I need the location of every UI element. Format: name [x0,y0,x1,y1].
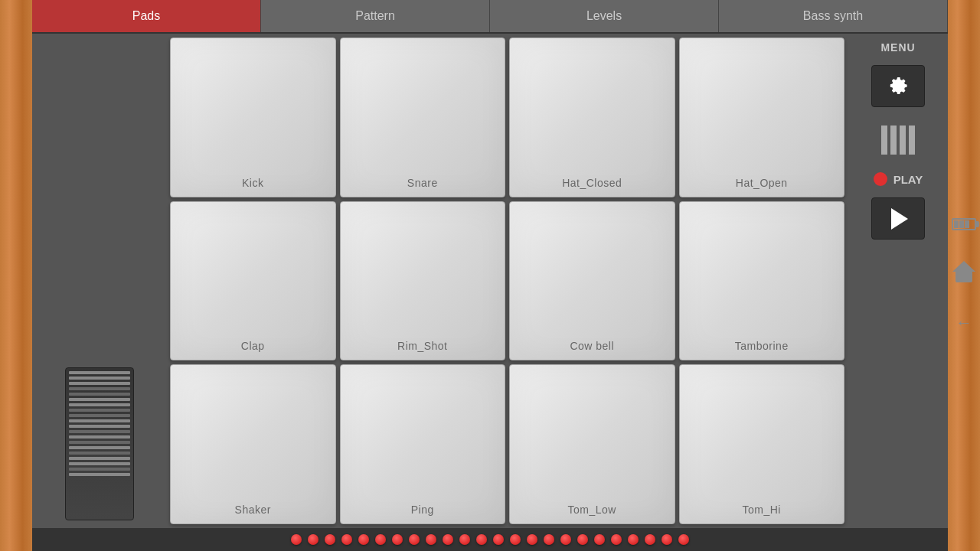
pads-row-3: Shaker Ping Tom_Low Tom_Hi [170,364,844,524]
sequence-dot[interactable] [409,534,420,545]
pad-ping[interactable]: Ping [340,364,506,524]
sequence-dot[interactable] [443,534,453,545]
sequence-dot[interactable] [493,534,504,545]
gear-button[interactable] [871,65,925,107]
sequence-dot[interactable] [577,534,588,545]
sequence-dot[interactable] [645,534,655,545]
slider-mark [69,462,130,465]
sequence-dot[interactable] [308,534,318,545]
slider-mark [69,419,130,422]
pad-snare[interactable]: Snare [340,37,506,197]
slider-mark [69,446,130,449]
slider-mark [69,398,130,401]
pad-rim-shot[interactable]: Rim_Shot [340,201,506,361]
sequence-dot[interactable] [375,534,386,545]
left-sidebar [32,34,166,528]
tab-levels[interactable]: Levels [490,0,719,32]
slider-mark [69,457,130,460]
bar-line [890,126,897,155]
pads-row-1: Kick Snare Hat_Closed Hat_Open [170,37,844,197]
pad-tom-hi[interactable]: Tom_Hi [679,364,845,524]
slider-mark [69,452,130,455]
play-row: PLAY [874,172,923,186]
play-label: PLAY [893,173,923,186]
sequence-dot[interactable] [527,534,537,545]
pad-clap[interactable]: Clap [170,201,336,361]
slider-mark [69,403,130,406]
bar-line [909,126,915,155]
back-icon[interactable]: ← [956,313,972,333]
sequence-dot[interactable] [544,534,554,545]
battery-icon [952,218,976,230]
bar-line [881,126,887,155]
sequence-dot[interactable] [594,534,605,545]
slider-mark [69,377,130,380]
bars-icon [871,119,925,161]
slider-mark [69,393,130,396]
bottom-dots-row [32,528,948,551]
sequence-dot[interactable] [459,534,470,545]
tab-pads[interactable]: Pads [32,0,261,32]
sequence-dot[interactable] [426,534,436,545]
slider-mark [69,382,130,385]
volume-slider[interactable] [65,367,134,520]
bar-line [900,126,906,155]
sequence-dot[interactable] [611,534,622,545]
play-button[interactable] [871,197,925,240]
sequence-dot[interactable] [678,534,689,545]
pad-hat-closed[interactable]: Hat_Closed [509,37,675,197]
slider-mark [69,441,130,444]
wood-panel-left [0,0,32,551]
right-panel: MENU PLAY [848,34,948,528]
slider-mark [69,435,130,439]
sequence-dot[interactable] [358,534,369,545]
slider-mark [69,409,130,412]
slider-mark [69,468,130,471]
play-triangle-icon [891,208,908,230]
slider-mark [69,430,130,433]
sequence-dot[interactable] [291,534,302,545]
tab-pattern[interactable]: Pattern [261,0,490,32]
sequence-dot[interactable] [392,534,403,545]
home-icon[interactable] [953,261,975,282]
tab-bass-synth[interactable]: Bass synth [719,0,948,32]
record-dot [874,172,887,186]
sequence-dot[interactable] [628,534,639,545]
pad-kick[interactable]: Kick [170,37,336,197]
slider-mark [69,473,130,476]
slider-mark [69,425,130,428]
pad-hat-open[interactable]: Hat_Open [679,37,845,197]
nav-tabs: Pads Pattern Levels Bass synth [32,0,948,34]
pads-grid: Kick Snare Hat_Closed Hat_Open Clap [166,34,848,528]
sequence-dot[interactable] [476,534,487,545]
pad-tom-low[interactable]: Tom_Low [509,364,675,524]
sequence-dot[interactable] [341,534,352,545]
slider-mark [69,371,130,374]
pad-cow-bell[interactable]: Cow bell [509,201,675,361]
sequence-dot[interactable] [325,534,335,545]
gear-icon [886,74,910,99]
sequence-dot[interactable] [510,534,521,545]
pad-tamborine[interactable]: Tamborine [679,201,845,361]
sequence-dot[interactable] [560,534,571,545]
slider-mark [69,414,130,417]
pads-row-2: Clap Rim_Shot Cow bell Tamborine [170,201,844,361]
slider-mark [69,387,130,390]
sequence-dot[interactable] [662,534,672,545]
menu-label: MENU [880,41,915,54]
wood-panel-right: ← [948,0,980,551]
pad-shaker[interactable]: Shaker [170,364,336,524]
